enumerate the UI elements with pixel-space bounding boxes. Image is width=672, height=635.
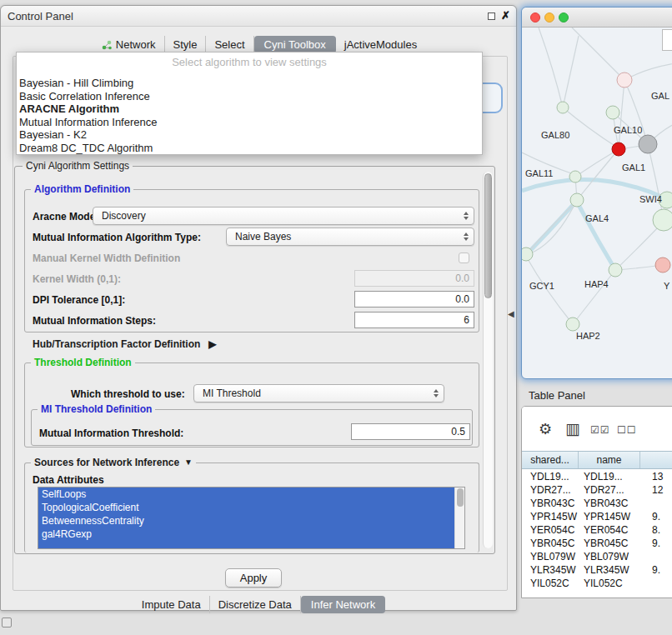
tab-network[interactable]: Network [93, 36, 165, 53]
table-cell: 8. [640, 523, 672, 537]
network-node[interactable] [557, 102, 569, 113]
column-header[interactable]: name [579, 452, 640, 468]
combo-arrows-icon [464, 208, 469, 224]
tab-style[interactable]: Style [165, 36, 207, 53]
network-edge[interactable] [563, 36, 579, 108]
table-row[interactable]: YDR27...YDR27...12 [522, 483, 672, 497]
which-threshold-select[interactable]: MI Threshold [193, 384, 444, 402]
network-node[interactable] [566, 318, 579, 331]
panel-collapse-icon[interactable]: ◀ [508, 309, 514, 318]
list-scrollbar[interactable] [454, 488, 464, 548]
clear-all-checkboxes-icon[interactable]: ☐☐ [617, 424, 637, 436]
apply-button[interactable]: Apply [225, 568, 282, 588]
network-edge[interactable] [577, 149, 619, 200]
network-scrollbar[interactable] [662, 29, 672, 51]
minimize-traffic-light-icon[interactable] [544, 12, 554, 22]
algorithm-option[interactable]: Dream8 DC_TDC Algorithm [19, 142, 479, 155]
algorithm-option[interactable]: Basic Correlation Inference [19, 90, 479, 103]
sources-group-title[interactable]: Sources for Network Inference ▼ [31, 457, 196, 468]
algorithm-popup-placeholder: Select algorithm to view settings [17, 56, 482, 68]
hub-section-toggle[interactable]: Hub/Transcription Factor Definition ▶ [33, 338, 217, 350]
network-node[interactable] [653, 209, 672, 231]
tab-jactivemodules[interactable]: jActiveModules [336, 36, 425, 53]
mi-algorithm-type-select[interactable]: Naive Bayes [226, 228, 474, 246]
network-node[interactable] [570, 193, 584, 207]
table-cell [640, 577, 672, 590]
network-node[interactable] [612, 142, 625, 156]
mi-algorithm-type-value: Naive Bayes [235, 231, 291, 242]
network-node[interactable] [639, 135, 657, 153]
network-node[interactable] [606, 106, 619, 119]
aracne-mode-select[interactable]: Discovery [93, 207, 474, 225]
algorithm-popup: Select algorithm to view settings Bayesi… [16, 52, 483, 155]
settings-scrollbar[interactable] [483, 172, 493, 548]
algorithm-option[interactable]: Bayesian - Hill Climbing [19, 77, 479, 90]
network-edge[interactable] [615, 228, 658, 270]
data-attributes-list[interactable]: SelfLoopsTopologicalCoefficientBetweenne… [38, 487, 465, 549]
tab-label: Discretize Data [218, 598, 292, 611]
select-all-checkboxes-icon[interactable]: ☑☑ [590, 424, 610, 436]
manual-kernel-width-checkbox[interactable] [459, 252, 469, 263]
columns-icon[interactable]: ▥ [565, 419, 580, 438]
algorithm-option[interactable]: Bayesian - K2 [19, 128, 479, 142]
table-row[interactable]: YLR345WYLR345W9. [522, 563, 672, 577]
tab-select[interactable]: Select [206, 36, 253, 53]
tab-discretize-data[interactable]: Discretize Data [210, 596, 301, 613]
minimized-panel-icon[interactable] [2, 618, 12, 628]
close-traffic-light-icon[interactable] [530, 12, 540, 22]
table-row[interactable]: YBL079WYBL079W [522, 550, 672, 563]
list-item[interactable]: TopologicalCoefficient [38, 501, 464, 514]
bottom-tab-bar: Impute DataDiscretize DataInfer Network [1, 595, 518, 614]
gear-icon[interactable]: ⚙ [539, 420, 552, 438]
which-threshold-value: MI Threshold [203, 388, 261, 399]
zoom-traffic-light-icon[interactable] [559, 12, 569, 22]
scrollbar-thumb[interactable] [484, 173, 492, 298]
network-edge[interactable] [539, 28, 563, 108]
dpi-tolerance-field[interactable]: 0.0 [354, 291, 474, 308]
tab-cyni-toolbox[interactable]: Cyni Toolbox [254, 36, 336, 53]
network-edge[interactable] [573, 270, 615, 324]
network-edge[interactable] [577, 202, 614, 268]
close-icon[interactable]: ✗ [501, 9, 510, 22]
network-edge[interactable] [572, 28, 624, 80]
tab-impute-data[interactable]: Impute Data [133, 596, 210, 613]
network-edge[interactable] [575, 149, 619, 177]
network-node[interactable] [569, 171, 581, 182]
tab-label: Impute Data [142, 598, 201, 611]
manual-kernel-width-label: Manual Kernel Width Definition [33, 252, 180, 264]
node-label: GAL80 [541, 130, 569, 140]
table-row[interactable]: YDL19...YDL19...13 [522, 470, 672, 483]
table-row[interactable]: YBR045CYBR045C9. [522, 537, 672, 550]
algorithm-option[interactable]: ARACNE Algorithm [19, 102, 479, 116]
table-row[interactable]: YER054CYER054C8. [522, 523, 672, 537]
tab-label: jActiveModules [344, 38, 417, 51]
network-node[interactable] [609, 263, 622, 277]
mi-threshold-field[interactable]: 0.5 [351, 423, 470, 440]
tab-infer-network[interactable]: Infer Network [301, 596, 385, 613]
column-header[interactable]: shared... [522, 452, 579, 468]
network-graph-svg[interactable]: GAL80GAL10GAL11GAL1SWI4GAL4GCY1HAP4HAP2G… [522, 28, 672, 380]
table-row[interactable]: YIL052CYIL052C [522, 577, 672, 590]
table-body: YDL19...YDL19...13YDR27...YDR27...12YBR0… [522, 470, 672, 598]
data-attributes-label: Data Attributes [33, 474, 104, 486]
algorithm-option[interactable]: Mutual Information Inference [19, 116, 479, 129]
network-edge[interactable] [528, 259, 573, 324]
network-edge[interactable] [648, 144, 664, 220]
which-threshold-label: Which threshold to use: [71, 388, 185, 400]
threshold-definition-title: Threshold Definition [31, 357, 135, 368]
network-node[interactable] [522, 248, 533, 261]
mi-steps-field[interactable]: 6 [354, 312, 474, 328]
scrollbar-thumb[interactable] [457, 488, 464, 507]
list-item[interactable]: SelfLoops [38, 488, 464, 501]
column-header[interactable] [640, 452, 672, 468]
network-node[interactable] [617, 72, 632, 88]
control-panel-titlebar: Control Panel ✗ [1, 6, 516, 27]
float-window-icon[interactable] [488, 12, 495, 20]
network-node[interactable] [655, 258, 670, 272]
list-item[interactable]: BetweennessCentrality [38, 514, 464, 528]
list-item[interactable]: gal4RGexp [38, 528, 464, 541]
table-row[interactable]: YBR043CYBR043C [522, 497, 672, 510]
table-row[interactable]: YPR145WYPR145W9. [522, 510, 672, 523]
network-canvas[interactable]: GAL80GAL10GAL11GAL1SWI4GAL4GCY1HAP4HAP2G… [522, 28, 672, 380]
node-label: HAP4 [584, 279, 609, 289]
